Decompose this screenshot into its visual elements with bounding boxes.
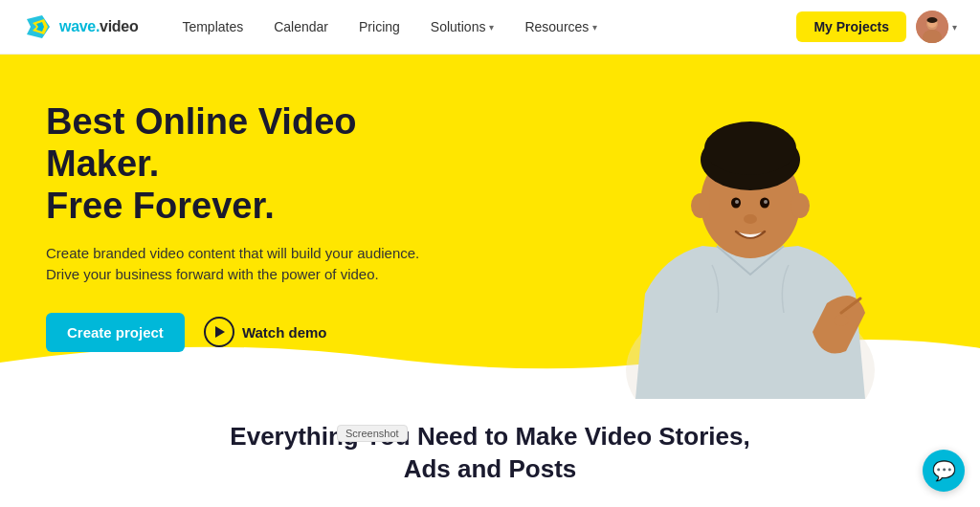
create-project-button[interactable]: Create project: [46, 313, 185, 352]
hero-actions: Create project Watch demo: [46, 313, 452, 352]
nav-link-resources[interactable]: Resources ▾: [511, 13, 611, 40]
nav-link-templates[interactable]: Templates: [168, 13, 256, 40]
svg-point-19: [791, 193, 810, 218]
svg-point-20: [834, 315, 849, 326]
chat-icon: 💬: [932, 459, 956, 482]
my-projects-button[interactable]: My Projects: [796, 11, 906, 42]
logo-icon: [23, 11, 54, 42]
nav-link-solutions[interactable]: Solutions ▾: [417, 13, 508, 40]
avatar-chevron-icon: ▾: [952, 22, 957, 33]
person-svg: [549, 64, 951, 399]
svg-point-16: [764, 200, 768, 204]
svg-point-15: [735, 200, 739, 204]
hero-title: Best Online Video Maker. Free Forever.: [46, 101, 452, 227]
svg-point-18: [691, 193, 710, 218]
hero-content: Best Online Video Maker. Free Forever. C…: [0, 101, 498, 351]
hero-section: Best Online Video Maker. Free Forever. C…: [0, 55, 980, 399]
logo-text: wave.video: [59, 18, 138, 35]
svg-point-12: [704, 121, 796, 175]
play-triangle-icon: [215, 326, 225, 338]
screenshot-badge: Screenshot: [337, 425, 408, 442]
chat-bubble-button[interactable]: 💬: [923, 450, 965, 492]
play-icon: [204, 317, 234, 347]
watch-demo-button[interactable]: Watch demo: [204, 317, 327, 347]
navbar: wave.video Templates Calendar Pricing So…: [0, 0, 980, 55]
avatar-wrapper[interactable]: ▾: [916, 11, 957, 43]
hero-person-image: [521, 55, 980, 399]
svg-point-7: [927, 17, 938, 23]
nav-right: My Projects ▾: [796, 11, 957, 43]
nav-links: Templates Calendar Pricing Solutions ▾ R…: [168, 13, 796, 40]
chevron-down-icon: ▾: [489, 22, 494, 33]
logo[interactable]: wave.video: [23, 11, 138, 42]
svg-point-17: [744, 214, 757, 224]
nav-link-calendar[interactable]: Calendar: [260, 13, 342, 40]
bottom-title: Everything You Need to Make Video Storie…: [230, 421, 749, 486]
chevron-down-icon: ▾: [592, 22, 597, 33]
hero-subtitle: Create branded video content that will b…: [46, 243, 452, 286]
avatar: [916, 11, 948, 43]
bottom-section: Everything You Need to Make Video Storie…: [0, 399, 980, 507]
nav-link-pricing[interactable]: Pricing: [345, 13, 413, 40]
